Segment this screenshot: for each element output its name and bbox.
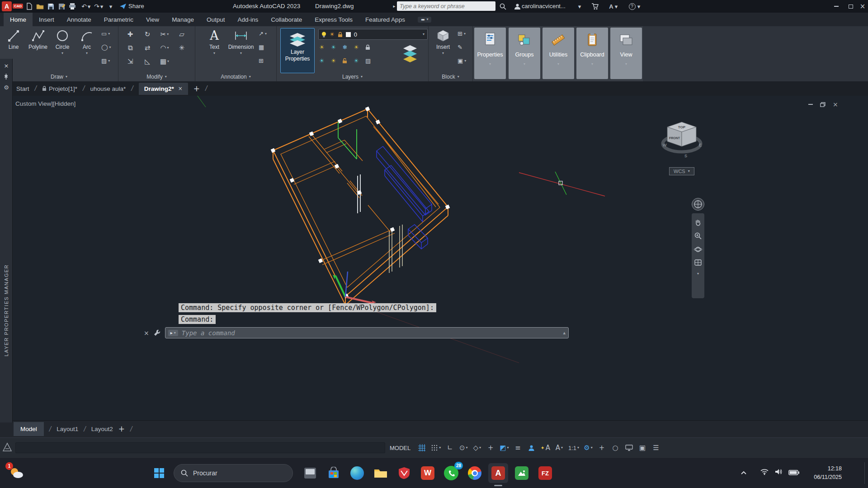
autocad-app-active[interactable]: A — [488, 463, 508, 483]
layer-thaw-all-icon[interactable]: ☀ — [331, 58, 336, 64]
layer-unlock-tool-icon[interactable] — [342, 58, 347, 64]
table-tool[interactable]: ▦ — [259, 44, 264, 50]
viewcube-front-face[interactable]: FRONT — [669, 136, 680, 140]
layer-stack-tool[interactable] — [402, 44, 418, 69]
viewcube-top-face[interactable]: TOP — [678, 125, 686, 129]
rectangle-tool[interactable]: ▭▾ — [101, 31, 110, 37]
layer-properties-palette-bar[interactable]: × ⚙ LAYER PROPERTIES MANAGER — [0, 59, 13, 422]
rotate-tool[interactable]: ↻ — [140, 29, 155, 40]
grid-toggle[interactable] — [416, 441, 428, 454]
autoscale-toggle[interactable]: A▾ — [553, 441, 565, 454]
pan-hand-icon[interactable] — [694, 219, 702, 226]
workspace-user-toggle[interactable] — [525, 441, 537, 454]
hatch-tool[interactable]: ▨▾ — [101, 58, 110, 64]
tab-home[interactable]: Home — [4, 13, 33, 26]
layer-properties-button[interactable]: Layer Properties — [280, 28, 315, 73]
tab-featured-apps[interactable]: Featured Apps — [359, 13, 411, 26]
clean-screen-button[interactable]: ▣ — [637, 441, 648, 454]
volume-icon[interactable] — [775, 469, 783, 476]
quick-access-dropdown[interactable]: ▾ — [108, 2, 113, 10]
new-layout-button[interactable]: + — [118, 425, 125, 433]
wifi-icon[interactable] — [760, 469, 769, 476]
scale-tool[interactable]: ◺ — [140, 56, 155, 67]
save-as-button[interactable] — [57, 2, 66, 10]
file-tab-start[interactable]: Start — [16, 85, 29, 92]
tab-output[interactable]: Output — [200, 13, 231, 26]
desktop-window-app[interactable] — [300, 463, 320, 483]
layer-lock-tool-icon[interactable] — [365, 44, 370, 50]
layout-tab-layout1[interactable]: Layout1 — [57, 426, 78, 432]
layer-combo-caret[interactable]: ▾ — [423, 33, 425, 36]
viewport-minimize-icon[interactable] — [808, 104, 813, 105]
model-viewport[interactable]: Custom View][Hidden] × TOP FRONT W S E W… — [0, 96, 868, 420]
utilities-panel-button[interactable]: Utilities ▾ — [542, 28, 574, 79]
viewcube-east[interactable]: E — [699, 143, 702, 147]
layer-turn-on-icon[interactable]: ☀ — [354, 44, 359, 50]
tab-insert[interactable]: Insert — [33, 13, 61, 26]
annotation-monitor-toggle[interactable]: + — [596, 441, 608, 454]
ribbon-display-toggle[interactable]: ▬ ▾ — [418, 17, 432, 23]
isodraft-toggle[interactable]: ◇▾ — [471, 441, 483, 454]
block-edit-tool[interactable]: ✎ — [458, 44, 462, 50]
filezilla-app[interactable]: FZ — [535, 463, 555, 483]
tray-expand-chevron[interactable] — [741, 469, 747, 476]
model-space-label[interactable]: MODEL — [390, 445, 410, 451]
widgets-weather-button[interactable]: 1 — [6, 463, 26, 483]
word-app[interactable]: W — [418, 463, 438, 483]
array-tool[interactable]: ▦▾ — [157, 56, 172, 67]
steering-wheels-icon[interactable] — [694, 259, 702, 266]
ortho-toggle[interactable]: ∟ — [444, 441, 456, 454]
tab-parametric[interactable]: Parametric — [98, 13, 140, 26]
viewport-label[interactable]: Custom View][Hidden] — [15, 100, 75, 107]
battery-icon[interactable] — [788, 470, 799, 477]
new-drawing-button[interactable]: + — [193, 85, 200, 93]
help-icon[interactable]: ? — [627, 2, 637, 10]
file-tab-drawing2-active[interactable]: Drawing2* × — [139, 83, 188, 95]
layers-panel-footer[interactable]: Layers▾ — [277, 74, 428, 80]
signed-in-user[interactable]: carolinacvicent... — [522, 3, 566, 9]
object-snap-tracking-toggle[interactable]: + — [485, 441, 496, 454]
maximize-button[interactable] — [846, 2, 855, 10]
command-prompt-chip[interactable]: ▸ ▾ — [168, 330, 178, 336]
help-search-input[interactable] — [397, 1, 495, 11]
plot-button[interactable] — [68, 2, 77, 10]
new-file-button[interactable] — [24, 2, 33, 10]
move-tool[interactable]: ✚ — [123, 29, 137, 40]
chrome-app[interactable] — [465, 463, 485, 483]
tab-manage[interactable]: Manage — [165, 13, 200, 26]
help-search-box[interactable] — [397, 1, 495, 11]
open-button[interactable] — [35, 2, 44, 10]
viewport-close-icon[interactable]: × — [833, 101, 838, 108]
orbit-icon[interactable] — [694, 246, 702, 253]
tab-add-ins[interactable]: Add-ins — [231, 13, 264, 26]
edge-browser-app[interactable] — [347, 463, 367, 483]
layer-isolate-icon[interactable]: ☀ — [331, 44, 336, 50]
arc-tool[interactable]: Arc ▾ — [75, 29, 99, 55]
navbar-caret[interactable]: ▾ — [697, 272, 699, 276]
user-dropdown[interactable]: ▾ — [577, 2, 582, 10]
navigation-wheel-button[interactable] — [692, 198, 704, 211]
customization-menu-button[interactable]: ☰ — [650, 441, 662, 454]
annotation-visibility-toggle[interactable]: ✦A — [539, 441, 551, 454]
layer-off-icon[interactable]: ☀ — [319, 44, 325, 50]
tab-annotate[interactable]: Annotate — [61, 13, 98, 26]
object-snap-toggle[interactable]: ◩▾ — [498, 441, 510, 454]
layer-freeze-icon[interactable]: ❄ — [342, 44, 347, 50]
circle-tool[interactable]: Circle ▾ — [51, 29, 74, 55]
block-create-tool[interactable]: ⊞▾ — [458, 31, 466, 37]
lineweight-toggle[interactable]: ≡ — [512, 441, 524, 454]
erase-tool[interactable]: ▱ — [175, 29, 189, 40]
viewcube-south[interactable]: S — [684, 154, 687, 158]
help-dropdown[interactable]: ▾ — [637, 2, 641, 10]
layer-match-icon[interactable]: ☀ — [354, 58, 359, 64]
microsoft-store-app[interactable] — [324, 463, 344, 483]
polyline-tool[interactable]: Polyline — [26, 29, 50, 50]
wcs-dropdown[interactable]: WCS ▾ — [669, 167, 694, 175]
layout-tab-model[interactable]: Model — [14, 422, 44, 436]
modify-panel-footer[interactable]: Modify▾ — [118, 74, 195, 80]
text-tool[interactable]: A Text ▾ — [203, 29, 226, 55]
command-input[interactable] — [182, 329, 560, 337]
viewcube-west[interactable]: W — [663, 143, 667, 147]
palette-autohide-pin-icon[interactable] — [3, 73, 9, 81]
taskbar-search[interactable]: Procurar — [174, 464, 293, 482]
